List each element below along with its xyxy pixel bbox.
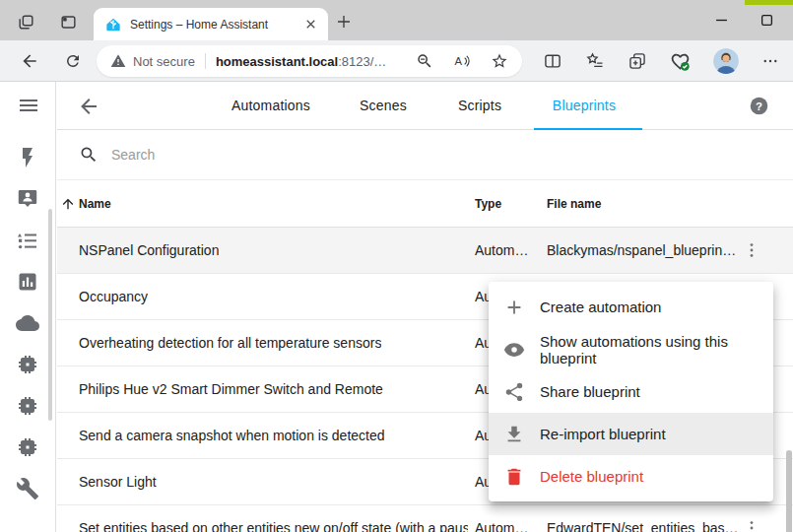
column-header-file[interactable]: File name	[547, 197, 601, 211]
favorite-star-icon[interactable]	[491, 52, 508, 70]
profile-avatar[interactable]	[713, 48, 739, 74]
download-icon	[503, 424, 525, 445]
search-row	[57, 130, 793, 180]
menu-hamburger-icon[interactable]	[17, 94, 40, 117]
page-scrollbar[interactable]	[786, 450, 792, 532]
blueprint-type: Autom…	[475, 520, 528, 532]
browser-window: Settings – Home Assistant Not secure	[0, 0, 793, 532]
menu-item-label: Share blueprint	[540, 383, 640, 400]
screen-edge-strip	[745, 0, 793, 5]
ha-back-icon[interactable]	[77, 95, 100, 118]
home-assistant-favicon	[105, 17, 121, 33]
blueprint-name: Set entities based on other entities new…	[79, 520, 468, 532]
browser-toolbar: Not secure homeassistant.local :8123/… A	[0, 40, 793, 82]
blueprint-name: NSPanel Configuration	[79, 242, 219, 258]
browser-refresh-icon[interactable]	[62, 50, 84, 72]
split-screen-icon[interactable]	[543, 51, 562, 71]
bar-chart-icon[interactable]	[16, 270, 39, 294]
row-overflow-menu-icon[interactable]	[742, 518, 761, 532]
menu-item-label: Show automations using this blueprint	[540, 333, 759, 366]
table-row[interactable]: Set entities based on other entities new…	[57, 505, 793, 532]
tab-blueprints[interactable]: Blueprints	[553, 98, 616, 113]
menu-item-label: Delete blueprint	[540, 468, 643, 485]
menu-item-create-automation[interactable]: Create automation	[489, 286, 773, 328]
table-row[interactable]: NSPanel Configuration Autom… Blackymas/n…	[57, 228, 793, 274]
browser-essentials-icon[interactable]	[670, 51, 691, 72]
tab-title: Settings – Home Assistant	[130, 18, 303, 32]
chip-icon[interactable]	[16, 394, 39, 418]
tab-automations[interactable]: Automations	[231, 98, 310, 113]
tab-scripts[interactable]: Scripts	[458, 98, 501, 113]
read-aloud-icon[interactable]: A	[453, 52, 471, 70]
favorites-collections-icon[interactable]	[585, 51, 605, 71]
window-minimize-button[interactable]	[707, 8, 735, 32]
url-host: homeassistant.local	[216, 54, 338, 69]
cloud-icon[interactable]	[16, 311, 39, 335]
add-to-collections-icon[interactable]	[628, 51, 647, 71]
blueprint-name: Send a camera snapshot when motion is de…	[79, 428, 385, 443]
svg-text:?: ?	[756, 100, 762, 112]
ha-header: Automations Scenes Scripts Blueprints ?	[57, 82, 793, 130]
menu-item-show-automations[interactable]: Show automations using this blueprint	[489, 328, 773, 370]
table-header: Name Type File name	[57, 180, 793, 228]
address-bar[interactable]: Not secure homeassistant.local :8123/… A	[97, 45, 522, 77]
url-path: :8123/…	[338, 54, 386, 69]
blueprint-file: Blackymas/nspanel_blueprin…	[547, 242, 736, 258]
column-header-name[interactable]: Name	[79, 197, 111, 211]
menu-item-reimport-blueprint[interactable]: Re-import blueprint	[489, 413, 773, 455]
help-icon[interactable]: ?	[749, 96, 769, 116]
person-badge-icon[interactable]	[16, 187, 39, 211]
eye-icon	[503, 339, 525, 361]
svg-text:A: A	[455, 55, 463, 67]
list-icon[interactable]	[16, 229, 39, 252]
menu-item-label: Re-import blueprint	[540, 426, 666, 442]
chip-icon[interactable]	[16, 353, 39, 376]
plus-icon	[503, 297, 525, 318]
blueprint-name: Overheating detection for all temperatur…	[79, 335, 381, 351]
search-icon	[79, 145, 99, 165]
row-overflow-menu-icon[interactable]	[742, 240, 761, 260]
window-maximize-button[interactable]	[753, 8, 780, 32]
browser-titlebar: Settings – Home Assistant	[0, 0, 793, 40]
tab-actions-icon[interactable]	[58, 12, 78, 32]
ha-sidebar	[0, 82, 56, 532]
browser-back-icon[interactable]	[19, 50, 40, 72]
blueprint-name: Philips Hue v2 Smart Dimmer Switch and R…	[79, 381, 383, 397]
url-divider	[205, 53, 206, 69]
chip-icon[interactable]	[16, 435, 39, 459]
sidebar-scrollbar[interactable]	[48, 209, 52, 421]
lightning-bolt-icon[interactable]	[16, 146, 39, 169]
wrench-icon[interactable]	[16, 477, 39, 500]
not-secure-warning-icon	[110, 53, 126, 69]
new-tab-icon[interactable]	[334, 12, 354, 32]
browser-tab[interactable]: Settings – Home Assistant	[94, 8, 328, 40]
security-label: Not secure	[133, 54, 195, 69]
sort-ascending-icon[interactable]	[60, 196, 76, 212]
blueprint-type: Autom…	[475, 242, 528, 258]
workspaces-icon[interactable]	[16, 12, 35, 32]
menu-item-label: Create automation	[540, 299, 661, 315]
share-icon	[503, 381, 525, 403]
blueprint-context-menu: Create automation Show automations using…	[489, 282, 773, 501]
zoom-out-icon[interactable]	[416, 52, 433, 70]
menu-item-delete-blueprint[interactable]: Delete blueprint	[489, 455, 773, 498]
search-input[interactable]	[111, 147, 387, 163]
column-header-type[interactable]: Type	[475, 197, 501, 211]
blueprint-name: Occupancy	[79, 289, 148, 304]
browser-settings-more-icon[interactable]	[761, 52, 779, 70]
tab-close-icon[interactable]	[303, 17, 318, 32]
trash-icon	[503, 466, 525, 488]
blueprint-name: Sensor Light	[79, 474, 157, 490]
tab-scenes[interactable]: Scenes	[360, 98, 407, 113]
active-tab-underline	[534, 128, 642, 130]
menu-item-share-blueprint[interactable]: Share blueprint	[489, 370, 773, 413]
blueprint-file: EdwardTEN/set_entities_bas…	[547, 520, 739, 532]
